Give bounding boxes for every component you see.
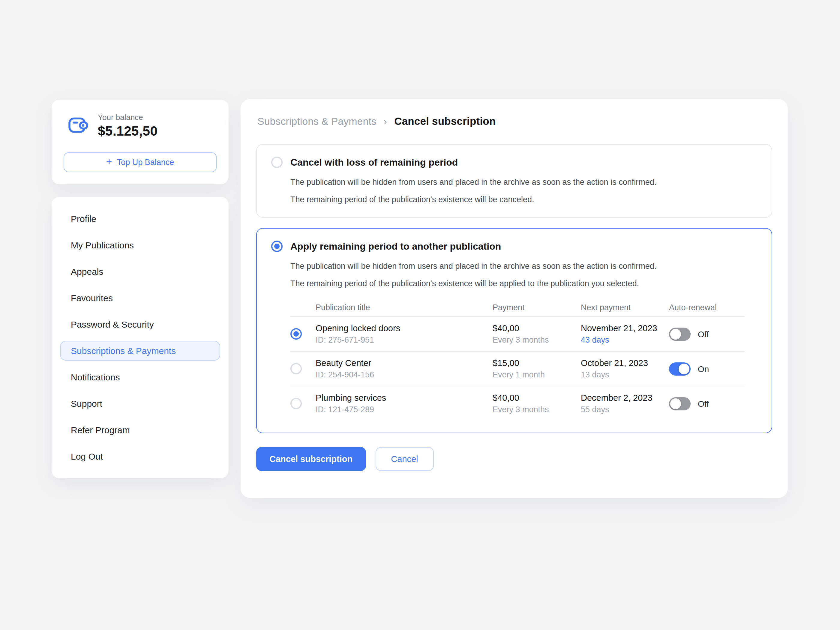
payment-amount: $40,00 xyxy=(493,393,581,403)
balance-label: Your balance xyxy=(98,113,158,122)
sidebar-item-label: My Publications xyxy=(71,240,134,250)
option-apply-remaining-period[interactable]: Apply remaining period to another public… xyxy=(256,228,772,433)
table-row: Beauty Center ID: 254-904-156 $15,00 Eve… xyxy=(291,352,745,387)
auto-renewal-toggle[interactable] xyxy=(669,328,691,341)
radio-publication-plumbing-services[interactable] xyxy=(291,398,302,409)
cancel-button[interactable]: Cancel xyxy=(375,447,434,471)
sidebar-item-label: Subscriptions & Payments xyxy=(71,346,176,356)
sidebar-item-subscriptions-payments[interactable]: Subscriptions & Payments xyxy=(60,341,220,361)
action-buttons: Cancel subscription Cancel xyxy=(256,447,772,471)
radio-publication-beauty-center[interactable] xyxy=(291,363,302,375)
top-up-balance-label: Top Up Balance xyxy=(117,158,174,167)
breadcrumb-parent[interactable]: Subscriptions & Payments xyxy=(257,115,376,128)
publication-title: Plumbing services xyxy=(316,393,493,403)
sidebar-item-label: Favourites xyxy=(71,293,113,303)
col-publication-title: Publication title xyxy=(316,303,493,312)
next-payment-date: October 21, 2023 xyxy=(581,358,669,368)
chevron-right-icon: › xyxy=(384,115,387,128)
publication-id: ID: 121-475-289 xyxy=(316,405,493,414)
option-title: Apply remaining period to another public… xyxy=(291,241,501,252)
option-description-line: The publication will be hidden from user… xyxy=(291,177,757,188)
page-title: Cancel subscription xyxy=(394,115,496,128)
cancel-subscription-button[interactable]: Cancel subscription xyxy=(256,447,366,471)
option-description-line: The remaining period of the publication'… xyxy=(291,194,757,205)
auto-renewal-state: Off xyxy=(698,399,709,409)
publication-title: Beauty Center xyxy=(316,358,493,368)
sidebar-item-favourites[interactable]: Favourites xyxy=(60,288,220,308)
sidebar-item-label: Notifications xyxy=(71,372,120,382)
sidebar-menu: Profile My Publications Appeals Favourit… xyxy=(52,197,229,478)
sidebar-item-label: Profile xyxy=(71,213,96,224)
top-up-balance-button[interactable]: + Top Up Balance xyxy=(63,152,216,172)
next-payment-date: November 21, 2023 xyxy=(581,324,669,333)
auto-renewal-toggle[interactable] xyxy=(669,362,691,376)
next-payment-date: December 2, 2023 xyxy=(581,393,669,403)
sidebar-item-label: Appeals xyxy=(71,267,103,276)
table-row: Opening locked doors ID: 275-671-951 $40… xyxy=(291,317,745,352)
sidebar-item-my-publications[interactable]: My Publications xyxy=(60,235,220,255)
balance-card: Your balance $5.125,50 + Top Up Balance xyxy=(52,99,229,184)
table-row: Plumbing services ID: 121-475-289 $40,00… xyxy=(291,387,745,421)
col-auto-renewal: Auto-renewal xyxy=(669,303,745,312)
sidebar-item-label: Support xyxy=(71,398,102,409)
wallet-icon xyxy=(66,114,89,139)
sidebar-item-password-security[interactable]: Password & Security xyxy=(60,314,220,334)
payment-frequency: Every 3 months xyxy=(493,336,581,345)
radio-cancel-with-loss[interactable] xyxy=(271,156,283,168)
sidebar-item-refer-program[interactable]: Refer Program xyxy=(60,420,220,440)
sidebar-item-label: Log Out xyxy=(71,451,103,461)
col-payment: Payment xyxy=(493,303,581,312)
payment-amount: $40,00 xyxy=(493,324,581,333)
payment-frequency: Every 3 months xyxy=(493,405,581,414)
sidebar-item-support[interactable]: Support xyxy=(60,393,220,414)
publication-id: ID: 254-904-156 xyxy=(316,371,493,379)
publication-id: ID: 275-671-951 xyxy=(316,336,493,345)
payment-amount: $15,00 xyxy=(493,358,581,368)
option-title: Cancel with loss of remaining period xyxy=(291,157,458,168)
publication-title: Opening locked doors xyxy=(316,324,493,333)
sidebar-item-profile[interactable]: Profile xyxy=(60,209,220,229)
publications-table: Publication title Payment Next payment A… xyxy=(291,299,745,421)
table-header: Publication title Payment Next payment A… xyxy=(291,299,745,317)
days-left: 13 days xyxy=(581,371,669,379)
auto-renewal-state: On xyxy=(698,364,709,374)
sidebar-item-label: Password & Security xyxy=(71,319,154,329)
option-description: The publication will be hidden from user… xyxy=(291,177,757,205)
sidebar-item-notifications[interactable]: Notifications xyxy=(60,367,220,387)
option-cancel-with-loss[interactable]: Cancel with loss of remaining period The… xyxy=(256,144,772,218)
radio-publication-opening-locked-doors[interactable] xyxy=(291,328,302,340)
option-description-line: The remaining period of the publication'… xyxy=(291,278,757,289)
option-description-line: The publication will be hidden from user… xyxy=(291,261,757,272)
sidebar-item-appeals[interactable]: Appeals xyxy=(60,262,220,281)
days-left: 43 days xyxy=(581,336,669,345)
payment-frequency: Every 1 month xyxy=(493,371,581,379)
sidebar-item-label: Refer Program xyxy=(71,425,130,435)
balance-amount: $5.125,50 xyxy=(98,123,158,139)
breadcrumb: Subscriptions & Payments › Cancel subscr… xyxy=(256,115,772,128)
plus-icon: + xyxy=(106,156,112,167)
radio-apply-remaining-period[interactable] xyxy=(271,241,283,252)
col-next-payment: Next payment xyxy=(581,303,669,312)
page: Your balance $5.125,50 + Top Up Balance … xyxy=(0,0,840,630)
auto-renewal-toggle[interactable] xyxy=(669,397,691,411)
option-description: The publication will be hidden from user… xyxy=(291,261,757,289)
sidebar: Your balance $5.125,50 + Top Up Balance … xyxy=(52,99,229,478)
cancel-subscription-panel: Subscriptions & Payments › Cancel subscr… xyxy=(241,99,788,498)
auto-renewal-state: Off xyxy=(698,329,709,339)
days-left: 55 days xyxy=(581,405,669,414)
sidebar-item-log-out[interactable]: Log Out xyxy=(60,447,220,466)
